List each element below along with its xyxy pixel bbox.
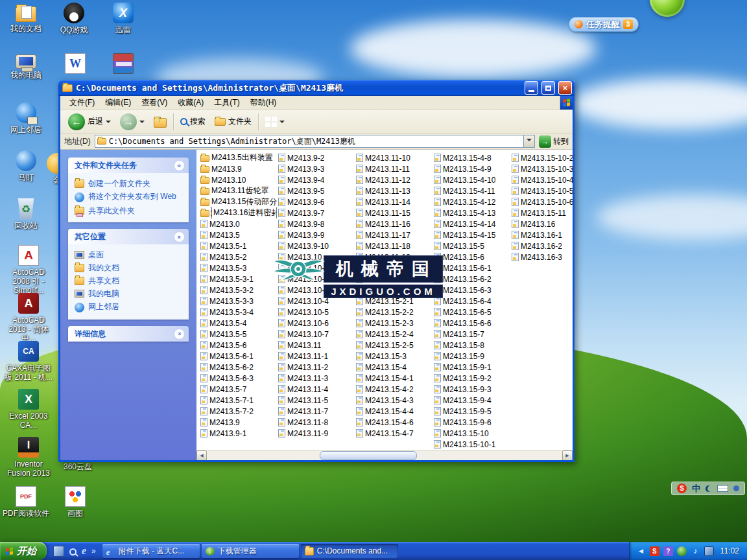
file-item[interactable]: M2413.16-3 xyxy=(510,251,573,262)
file-item[interactable]: M2413.9-4 xyxy=(277,174,355,185)
file-item[interactable]: M2413.15-9 xyxy=(433,351,510,362)
menu-item[interactable]: 编辑(E) xyxy=(100,95,136,110)
file-item[interactable]: M2413.15-10 xyxy=(433,428,510,439)
file-item[interactable]: M2413.11-12 xyxy=(355,174,433,185)
file-item[interactable]: M2413.15-10-2 xyxy=(510,152,573,163)
maximize-button[interactable] xyxy=(541,81,555,95)
file-item[interactable]: M2413.16-1 xyxy=(510,229,573,240)
file-item[interactable]: M2413.15-4-13 xyxy=(433,207,510,218)
volume-icon[interactable]: ♪ xyxy=(691,546,700,556)
desktop-icon-thunder[interactable]: 迅雷 xyxy=(97,3,149,34)
security-tray-icon[interactable] xyxy=(677,546,687,556)
ime-settings-icon[interactable] xyxy=(733,485,739,491)
desktop-icon-paint[interactable]: 画图 xyxy=(49,486,101,518)
taskbar-task[interactable]: 下载管理器 xyxy=(202,544,299,558)
file-item[interactable]: M2413.11-2 xyxy=(277,362,355,373)
sidebar-item[interactable]: 我的文档 xyxy=(75,261,185,274)
file-item[interactable]: M2413.15-2-2 xyxy=(355,307,433,318)
file-item[interactable]: M2413.5-3-2 xyxy=(199,285,277,296)
menu-item[interactable]: 查看(V) xyxy=(136,95,172,110)
file-item[interactable]: M2413.10-5 xyxy=(277,307,355,318)
file-item[interactable]: M2413.11-4 xyxy=(277,384,355,395)
file-item[interactable]: M2413.15-2-5 xyxy=(355,340,433,351)
file-item[interactable]: M2413.9-1 xyxy=(199,428,277,439)
file-item[interactable]: M2413.11-18 xyxy=(355,240,433,251)
file-item[interactable]: M2413.10-6 xyxy=(277,318,355,329)
file-item[interactable]: M2413.15-6-5 xyxy=(433,307,510,318)
sidebar-item[interactable]: 共享此文件夹 xyxy=(75,204,185,217)
title-bar[interactable]: C:\Documents and Settings\Administrator\… xyxy=(58,80,575,96)
desktop-icon-computer[interactable]: 我的电脑 xyxy=(0,53,52,80)
file-item[interactable]: M2413.15-9-5 xyxy=(433,406,510,417)
file-item[interactable]: M2413.5-6-2 xyxy=(199,362,277,373)
file-item[interactable]: M2413.11-9 xyxy=(277,428,355,439)
file-item[interactable]: M2413.11-10 xyxy=(355,152,433,163)
file-item[interactable]: M2413.5-4 xyxy=(199,318,277,329)
file-item[interactable]: M2413.15-6-3 xyxy=(433,285,510,296)
file-item[interactable]: M2413.15-4-15 xyxy=(433,229,510,240)
file-item[interactable]: M2413.5-5 xyxy=(199,329,277,340)
sogou-tray-icon[interactable]: S xyxy=(650,546,659,556)
file-item[interactable]: M2413.11-1 xyxy=(277,351,355,362)
collapse-chevron-icon[interactable]: « xyxy=(174,160,185,171)
up-button[interactable]: ↑ xyxy=(151,115,169,129)
back-button[interactable]: ← 后退 xyxy=(65,112,113,132)
file-item[interactable]: M2413.15-3 xyxy=(355,351,433,362)
file-item[interactable]: M2413.11-15 xyxy=(355,207,433,218)
address-combo[interactable]: C:\Documents and Settings\Administrator\… xyxy=(95,135,535,148)
file-item[interactable]: M2413.9-3 xyxy=(277,163,355,174)
desktop-icon-acad[interactable]: AutoCAD 2008 引 - Simplif... xyxy=(3,245,54,295)
file-item[interactable]: M2413.11-17 xyxy=(355,229,433,240)
start-button[interactable]: 开始 xyxy=(0,542,47,560)
file-item[interactable]: M2413.15-9-4 xyxy=(433,395,510,406)
horizontal-scrollbar[interactable]: ◀ ▶ xyxy=(196,450,573,460)
file-item[interactable]: M2413.10-7 xyxy=(277,329,355,340)
sidebar-item[interactable]: 创建一个新文件夹 xyxy=(75,177,185,190)
file-item[interactable]: M2413.15-4-14 xyxy=(433,218,510,229)
file-item[interactable]: M2413.11-3 xyxy=(277,373,355,384)
file-item[interactable]: M2413.11-11 xyxy=(355,163,433,174)
file-item[interactable]: M2413.15-4-11 xyxy=(433,185,510,196)
file-item[interactable]: M2413.15-11 xyxy=(510,207,573,218)
file-item[interactable]: M2413.5-7-2 xyxy=(199,406,277,417)
file-item[interactable]: M2413.15-6-2 xyxy=(433,274,510,285)
desktop-icon-inventor[interactable]: Inventor Fusion 2013 xyxy=(3,437,54,478)
task-reminder-widget[interactable]: 任务提醒 3 xyxy=(569,17,639,32)
sidebar-item[interactable]: 我的电脑 xyxy=(75,287,185,300)
file-item[interactable]: M2413.11-13 xyxy=(355,185,433,196)
file-item[interactable]: M2413.15-10-3 xyxy=(510,163,573,174)
taskbar-clock[interactable]: 11:02 xyxy=(720,546,739,555)
hide-tray-icons-button[interactable]: ◀ xyxy=(636,546,646,556)
file-item[interactable]: M2413.5出料装置 xyxy=(199,152,277,163)
minimize-button[interactable] xyxy=(525,81,538,95)
sidebar-item[interactable]: 网上邻居 xyxy=(75,300,185,314)
views-button[interactable] xyxy=(263,115,287,128)
desktop-icon-rar[interactable] xyxy=(97,53,149,76)
file-item[interactable]: M2413.15-4-8 xyxy=(433,152,510,163)
scrollbar-thumb[interactable] xyxy=(320,451,417,460)
file-item[interactable]: M2413.9 xyxy=(199,163,277,174)
file-item[interactable]: M2413.15-4-4 xyxy=(355,406,433,417)
menu-item[interactable]: 文件(F) xyxy=(64,95,100,110)
file-item[interactable]: M2413.15-9-3 xyxy=(433,384,510,395)
details-header[interactable]: 详细信息 « xyxy=(68,326,189,342)
go-button[interactable]: → 转到 xyxy=(539,135,569,148)
file-item[interactable]: M2413.16 xyxy=(510,218,573,229)
file-item[interactable]: M2413.15-6-4 xyxy=(433,296,510,307)
desktop-icon-pdf[interactable]: PDF阅读软件 xyxy=(0,486,52,518)
file-item[interactable]: M2413.15-7 xyxy=(433,329,510,340)
search-quicklaunch-icon[interactable] xyxy=(69,548,77,555)
file-item[interactable]: M2413.16-2 xyxy=(510,240,573,251)
taskbar-task[interactable]: C:\Documents and... xyxy=(301,544,398,558)
sidebar-item[interactable]: 将这个文件夹发布到 Web xyxy=(75,190,185,204)
file-item[interactable]: M2413.5-3 xyxy=(199,262,277,274)
file-item[interactable]: M2413.15-2-3 xyxy=(355,318,433,329)
file-item[interactable]: M2413.15-6-1 xyxy=(433,262,510,274)
desktop-icon-network[interactable]: 网上邻居 xyxy=(0,102,52,134)
scroll-right-button[interactable]: ▶ xyxy=(562,450,573,460)
file-item[interactable]: M2413.9-10 xyxy=(277,240,355,251)
menu-item[interactable]: 帮助(H) xyxy=(245,95,282,110)
file-item[interactable]: M2413.5-6-3 xyxy=(199,373,277,384)
messenger-tray-icon[interactable]: ? xyxy=(663,546,673,556)
file-item[interactable]: M2413.5-7 xyxy=(199,384,277,395)
